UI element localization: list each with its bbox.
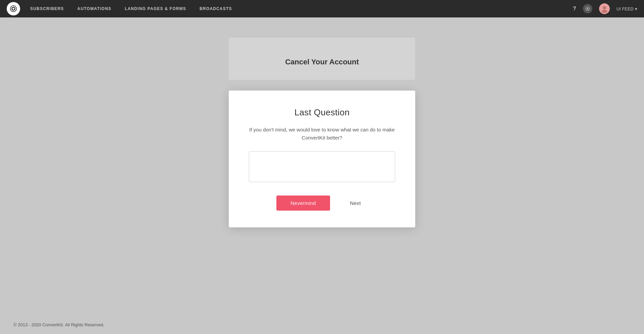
svg-point-6 [602,10,607,13]
modal-actions: Nevermind Next [249,196,395,211]
avatar[interactable] [599,3,610,14]
next-button[interactable]: Next [343,196,368,211]
notifications-icon[interactable] [583,4,592,13]
nevermind-button[interactable]: Nevermind [276,196,330,211]
dropdown-chevron-icon: ▾ [635,6,637,11]
navbar-right: ? UI FEED ▾ [573,3,637,14]
modal-description: If you don't mind, we would love to know… [249,126,395,142]
username-menu[interactable]: UI FEED ▾ [616,6,637,11]
nav-broadcasts[interactable]: BROADCASTS [200,6,232,11]
nav-subscribers[interactable]: SUBSCRIBERS [30,6,64,11]
svg-point-5 [603,6,606,9]
page-content: Cancel Your Account Last Question If you… [0,17,644,334]
modal-overlay: Last Question If you don't mind, we woul… [0,17,644,334]
logo[interactable] [7,2,20,15]
modal-title: Last Question [249,107,395,118]
nav-landing-pages[interactable]: LANDING PAGES & FORMS [125,6,186,11]
navbar: SUBSCRIBERS AUTOMATIONS LANDING PAGES & … [0,0,644,17]
help-icon[interactable]: ? [573,6,576,12]
username-label: UI FEED [616,6,634,11]
svg-point-4 [587,8,588,9]
navbar-links: SUBSCRIBERS AUTOMATIONS LANDING PAGES & … [30,6,573,11]
nav-automations[interactable]: AUTOMATIONS [77,6,111,11]
svg-point-2 [12,8,14,10]
feedback-textarea[interactable] [249,151,395,182]
last-question-modal: Last Question If you don't mind, we woul… [229,91,415,227]
